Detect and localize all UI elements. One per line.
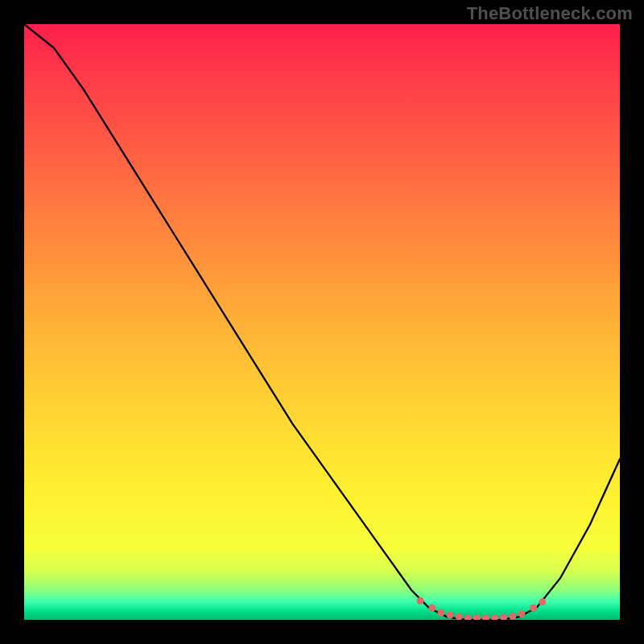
trough-dot (518, 610, 525, 617)
trough-dot (456, 613, 463, 620)
trough-dot (417, 597, 424, 605)
chart-frame: TheBottleneck.com (0, 0, 644, 644)
trough-dot (500, 614, 507, 621)
trough-dot (530, 605, 537, 612)
trough-dot (539, 598, 546, 605)
chart-svg (24, 24, 620, 620)
trough-dot (464, 614, 472, 620)
plot-area (24, 24, 620, 620)
trough-dot (438, 609, 445, 617)
trough-dot (509, 613, 516, 620)
trough-dot (491, 614, 498, 620)
bottleneck-curve (24, 24, 620, 620)
trough-dot (473, 614, 481, 620)
watermark-text: TheBottleneck.com (467, 3, 633, 24)
trough-dot-group (417, 597, 547, 620)
trough-dot (482, 614, 489, 620)
trough-dot (428, 605, 436, 612)
trough-dot (447, 612, 454, 619)
